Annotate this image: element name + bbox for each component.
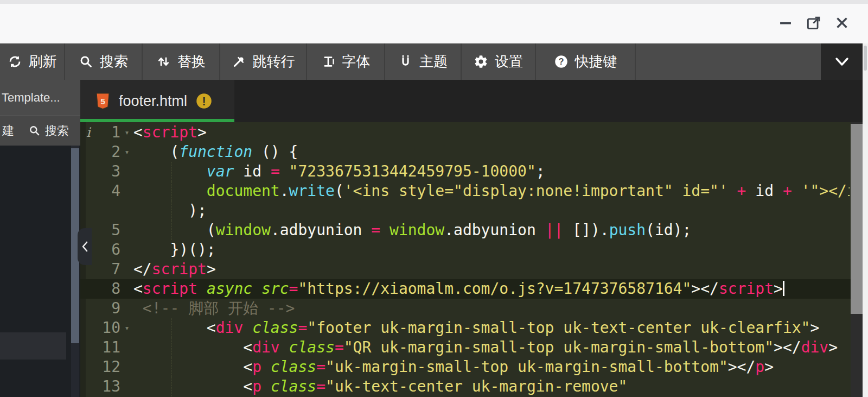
page-scrollbar-thumb[interactable] <box>864 46 867 71</box>
title-bar-top-strip <box>0 0 868 4</box>
gear-icon <box>474 54 488 69</box>
editor-window: 刷新 搜索 替换 跳转行 字体 <box>0 0 868 397</box>
code-line-4[interactable]: 4 document.write('<ins style="display:no… <box>80 181 851 201</box>
fold-arrow-icon[interactable]: ▾ <box>120 123 133 142</box>
replace-icon <box>156 54 171 69</box>
settings-button[interactable]: 设置 <box>462 43 536 80</box>
code-line-13[interactable]: 13 <p class="uk-text-center uk-margin-re… <box>80 377 851 396</box>
help-icon: ? <box>554 54 569 69</box>
indent-guide <box>171 181 172 201</box>
code-text[interactable]: ); <box>133 201 850 220</box>
code-text[interactable]: <div class="QR uk-margin-small-top uk-ma… <box>133 338 850 357</box>
line-number: 12 <box>80 357 120 377</box>
theme-label: 主题 <box>419 52 448 71</box>
code-line-11[interactable]: 11 <div class="QR uk-margin-small-top uk… <box>80 338 851 357</box>
indent-guide <box>171 318 172 338</box>
code-line-6[interactable]: 6 })(); <box>80 240 851 260</box>
line-number: 8 <box>80 279 120 299</box>
fold-arrow-icon[interactable]: ▾ <box>120 142 133 162</box>
replace-button[interactable]: 替换 <box>143 43 220 80</box>
panel-title-text: Template... <box>2 91 60 105</box>
code-text[interactable]: (function () { <box>133 142 850 162</box>
search-icon <box>79 54 93 69</box>
indent-guide <box>171 338 172 357</box>
indent-guide <box>171 162 172 181</box>
toolbar-collapse-button[interactable] <box>821 43 863 80</box>
goto-line-label: 跳转行 <box>253 52 295 71</box>
page-scrollbar[interactable] <box>863 43 868 397</box>
sidebar-collapse-handle[interactable] <box>78 228 92 265</box>
code-line-12[interactable]: 12 <p class="uk-margin-small-top uk-marg… <box>80 357 851 377</box>
line-number: 11 <box>80 338 120 357</box>
editor-scrollbar[interactable] <box>851 122 863 397</box>
maximize-button[interactable] <box>804 13 824 33</box>
code-line-1[interactable]: i1▾<script> <box>80 123 851 142</box>
code-text[interactable]: <script> <box>133 123 850 142</box>
indent-guide <box>171 357 172 377</box>
line-number: 3 <box>80 162 120 181</box>
sidebar-action-new[interactable]: 建 <box>2 123 14 139</box>
maximize-icon <box>805 14 823 32</box>
indent-guide <box>171 377 172 396</box>
lint-info-icon: i <box>86 123 91 142</box>
font-label: 字体 <box>342 52 371 71</box>
sidebar-action-search[interactable]: 搜索 <box>28 123 69 139</box>
indent-guide <box>171 201 172 220</box>
line-number: 4 <box>80 181 120 201</box>
fold-arrow-icon[interactable]: ▾ <box>120 318 133 338</box>
warning-glyph: ! <box>202 95 206 108</box>
sidebar-selected-item[interactable] <box>0 332 66 360</box>
chevron-left-icon <box>80 240 89 253</box>
search-label: 搜索 <box>100 52 128 71</box>
code-line-5[interactable]: 5 (window.adbyunion = window.adbyunion |… <box>80 220 851 240</box>
minimize-button[interactable] <box>776 13 795 33</box>
code-text[interactable]: <div class="footer uk-margin-small-top u… <box>133 318 850 338</box>
code-line-7[interactable]: 7</script> <box>80 260 851 279</box>
pin-icon <box>232 54 246 69</box>
window-controls <box>776 13 852 33</box>
code-text[interactable]: <p class="uk-margin-small-top uk-margin-… <box>133 357 850 377</box>
code-line-9[interactable]: 9 <!-- 脚部 开始 --> <box>80 299 851 318</box>
shortcuts-label: 快捷键 <box>575 52 617 71</box>
help-glyph: ? <box>558 56 564 66</box>
minimize-icon <box>776 14 795 32</box>
theme-button[interactable]: 主题 <box>385 43 462 80</box>
tab-footer-html[interactable]: 5 footer.html ! <box>80 80 234 122</box>
code-line-3[interactable]: 3 var id = "7233675313442459795-10000"; <box>80 162 851 181</box>
tab-bar: 5 footer.html ! <box>80 80 863 122</box>
code-text[interactable]: </script> <box>133 260 850 279</box>
sidebar-search-label: 搜索 <box>45 123 69 139</box>
code-line-10[interactable]: 10▾ <div class="footer uk-margin-small-t… <box>80 318 851 338</box>
code-text[interactable]: <p class="uk-text-center uk-margin-remov… <box>133 377 850 396</box>
shortcuts-button[interactable]: ? 快捷键 <box>536 43 636 80</box>
file-tree-panel[interactable] <box>0 146 80 397</box>
code-line-2[interactable]: 2▾ (function () { <box>80 142 851 162</box>
indent-guide <box>171 220 172 240</box>
code-text[interactable]: var id = "7233675313442459795-10000"; <box>133 162 850 181</box>
code-text[interactable]: (window.adbyunion = window.adbyunion || … <box>133 220 850 240</box>
code-text[interactable]: <!-- 脚部 开始 --> <box>133 299 850 318</box>
search-button[interactable]: 搜索 <box>65 43 143 80</box>
settings-label: 设置 <box>495 52 523 71</box>
close-button[interactable] <box>832 13 852 33</box>
sidebar-scrollbar[interactable] <box>71 146 79 397</box>
magnet-icon <box>398 54 413 69</box>
code-line-wrap-4[interactable]: ); <box>80 201 851 220</box>
font-button[interactable]: 字体 <box>307 43 385 80</box>
search-icon <box>28 124 41 137</box>
line-number: 9 <box>80 299 120 318</box>
html5-glyph: 5 <box>100 97 105 106</box>
code-text[interactable]: document.write('<ins style="display:none… <box>133 181 850 201</box>
code-text[interactable]: })(); <box>133 240 850 260</box>
code-editor[interactable]: i1▾<script>2▾ (function () {3 var id = "… <box>80 122 851 397</box>
code-text[interactable]: <script async src="https://xiaomalm.com/… <box>133 279 850 299</box>
goto-line-button[interactable]: 跳转行 <box>220 43 307 80</box>
title-bar <box>0 0 868 43</box>
refresh-button[interactable]: 刷新 <box>0 43 65 80</box>
html5-icon: 5 <box>95 93 110 110</box>
editor-scrollbar-thumb[interactable] <box>851 124 863 314</box>
code-line-8[interactable]: 8<script async src="https://xiaomalm.com… <box>80 279 851 299</box>
sidebar-panel-title[interactable]: Template... <box>0 80 80 115</box>
warning-icon: ! <box>196 93 212 109</box>
close-icon <box>833 14 851 32</box>
